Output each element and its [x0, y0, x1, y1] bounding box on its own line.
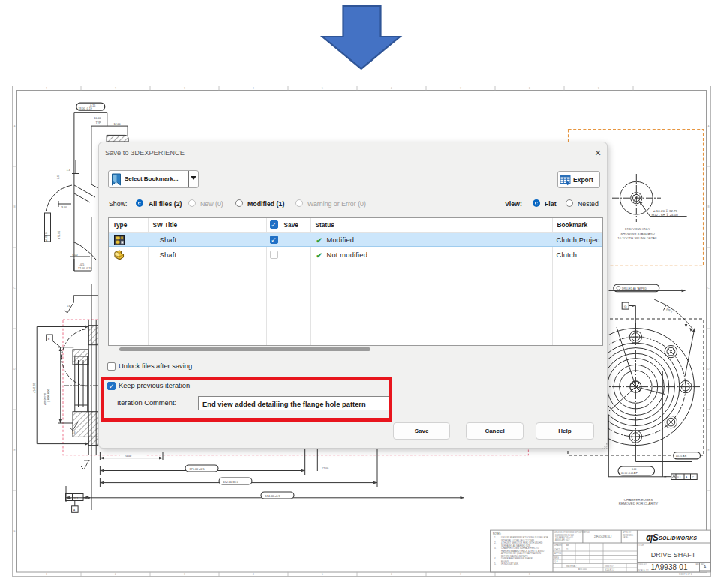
svg-text:F: F	[14, 530, 16, 533]
svg-text:4.: 4.	[494, 557, 496, 560]
svg-text:SOLIDWORKS: SOLIDWORKS	[658, 536, 697, 541]
svg-text:REMOVED FOR CLARITY: REMOVED FOR CLARITY	[619, 502, 658, 506]
svg-text:4: 4	[253, 573, 254, 576]
svg-text:IF IN DOUBT ASK.: IF IN DOUBT ASK.	[501, 562, 519, 566]
svg-text:3.00: 3.00	[62, 206, 67, 209]
svg-text:DWG NO:: DWG NO:	[604, 565, 614, 568]
svg-text:74.00: 74.00	[124, 454, 131, 458]
svg-text:2: 2	[115, 87, 116, 90]
svg-text:END VIEW ONLY: END VIEW ONLY	[625, 227, 650, 231]
svg-text:b: b	[48, 337, 50, 340]
svg-text:SCALE 1:2: SCALE 1:2	[604, 568, 614, 572]
svg-text:B: B	[707, 206, 709, 208]
svg-text:APPD BY:: APPD BY:	[622, 531, 632, 534]
svg-text:7: 7	[460, 573, 461, 576]
svg-text:MATERIAL:: MATERIAL:	[566, 565, 577, 568]
svg-text:UNLESS OTHERWISE SPECIFIED: UNLESS OTHERWISE SPECIFIED	[554, 531, 585, 534]
svg-text:ƣS: ƣS	[646, 532, 658, 543]
svg-text:12.00 -0.19: 12.00 -0.19	[78, 267, 92, 270]
svg-text:6.00: 6.00	[632, 468, 636, 471]
svg-text:⌀0.03 B: ⌀0.03 B	[45, 232, 48, 242]
svg-text:DRIVE SHAFT: DRIVE SHAFT	[651, 551, 696, 559]
svg-text:MFG: MFG	[554, 556, 559, 560]
svg-text:8: 8	[529, 573, 530, 576]
svg-text:5.: 5.	[494, 562, 496, 566]
svg-text:-0.5: -0.5	[80, 263, 84, 266]
svg-text:G: G	[624, 304, 627, 308]
svg-text:1: 1	[46, 87, 47, 90]
svg-text:8: 8	[529, 87, 530, 90]
svg-text:⌀75.00: ⌀75.00	[58, 231, 61, 239]
svg-text:⌀88.00 H8: ⌀88.00 H8	[44, 393, 46, 405]
svg-text:AISI 1045: AISI 1045	[578, 568, 587, 571]
svg-text:7: 7	[460, 87, 461, 90]
svg-text:SHOWING STANDARD: SHOWING STANDARD	[620, 232, 655, 236]
svg-text:1.3: 1.3	[67, 169, 70, 172]
svg-text:M12 - 6H ↧ 24.00: M12 - 6H ↧ 24.00	[652, 213, 679, 217]
svg-text:⌀0.25 A B: ⌀0.25 A B	[676, 454, 687, 458]
svg-text:REVIEWED:: REVIEWED:	[622, 534, 634, 537]
svg-text:1: 1	[46, 573, 47, 576]
svg-text:6: 6	[391, 573, 392, 576]
svg-text:CHK'D: CHK'D	[554, 548, 560, 551]
svg-text:2.: 2.	[494, 542, 496, 544]
svg-text:371.00 ±0.5: 371.00 ±0.5	[190, 468, 205, 471]
svg-text:A: A	[14, 125, 16, 128]
svg-text:B: B	[14, 206, 15, 208]
svg-text:DRAWN: DRAWN	[554, 544, 562, 547]
svg-text:12.00: 12.00	[114, 123, 121, 126]
svg-text:-0.15: -0.15	[89, 104, 95, 107]
svg-text:472.00 ±0.5: 472.00 ±0.5	[224, 481, 238, 484]
svg-text:REV: REV	[700, 563, 705, 566]
svg-text:Q.A: Q.A	[554, 560, 558, 563]
svg-text:4: 4	[253, 87, 254, 90]
svg-text:A: A	[707, 125, 710, 128]
svg-text:3: 3	[184, 87, 185, 90]
svg-text:TYP: TYP	[96, 122, 102, 124]
svg-text:6.00: 6.00	[73, 254, 78, 256]
svg-text:10 TOOTH SPLINE DETAIL: 10 TOOTH SPLINE DETAIL	[617, 236, 658, 240]
svg-text:6: 6	[391, 87, 392, 90]
svg-text:DRILLED AS TAPPED: DRILLED AS TAPPED	[622, 287, 646, 290]
svg-text:2: 2	[115, 573, 116, 576]
svg-text:0.1: 0.1	[677, 476, 681, 479]
svg-text:APPV'D: APPV'D	[554, 552, 561, 555]
svg-text:DATE:: DATE:	[622, 536, 628, 539]
svg-text:REV: REV	[696, 563, 700, 566]
svg-text:1.6: 1.6	[72, 431, 76, 434]
svg-text:1A9938-01: 1A9938-01	[651, 563, 688, 572]
svg-text:⌀140.00: ⌀140.00	[33, 383, 36, 393]
svg-text:12.00: 12.00	[322, 467, 328, 470]
svg-text:E: E	[14, 448, 15, 452]
svg-text:10.00: 10.00	[94, 117, 100, 120]
svg-text:(+0.30 -0.10): (+0.30 -0.10)	[47, 388, 50, 402]
svg-text:3.: 3.	[494, 547, 496, 550]
svg-text:TITLE:: TITLE:	[638, 544, 644, 547]
svg-text:E: E	[707, 448, 709, 452]
svg-text:5: 5	[322, 87, 323, 90]
svg-text:1.: 1.	[494, 536, 496, 539]
svg-text:C: C	[14, 286, 16, 290]
svg-text:3: 3	[184, 573, 185, 576]
svg-text:2JF4O4J98-SLJ: 2JF4O4J98-SLJ	[594, 536, 611, 538]
svg-text:NOTES:: NOTES:	[493, 532, 501, 536]
svg-text:1.6: 1.6	[67, 304, 70, 308]
svg-text:45.50 -0.16 A/F: 45.50 -0.16 A/F	[621, 472, 638, 475]
svg-text:5: 5	[322, 573, 323, 576]
svg-text:9: 9	[598, 87, 599, 90]
svg-text:TITLE:: TITLE:	[584, 531, 590, 534]
svg-text:AB: AB	[566, 544, 569, 547]
svg-text:A: A	[74, 508, 76, 512]
svg-text:SCALE: 1:2: SCALE: 1:2	[638, 569, 649, 572]
svg-text:ANGULAR: ±0.5°: ANGULAR: ±0.5°	[555, 538, 570, 542]
svg-text:574.00 ±0.5: 574.00 ±0.5	[266, 495, 280, 498]
svg-text:D: D	[707, 368, 710, 370]
svg-text:SHEET 1 OF 1: SHEET 1 OF 1	[679, 573, 692, 576]
svg-text:33.00 -0.19: 33.00 -0.19	[79, 107, 92, 110]
svg-text:2.6: 2.6	[57, 176, 60, 179]
svg-text:C: C	[707, 286, 710, 290]
svg-text:D: D	[14, 368, 16, 370]
svg-text:DWG NO.: DWG NO.	[638, 563, 647, 566]
svg-text:CHAMFER EDGES: CHAMFER EDGES	[624, 498, 652, 502]
